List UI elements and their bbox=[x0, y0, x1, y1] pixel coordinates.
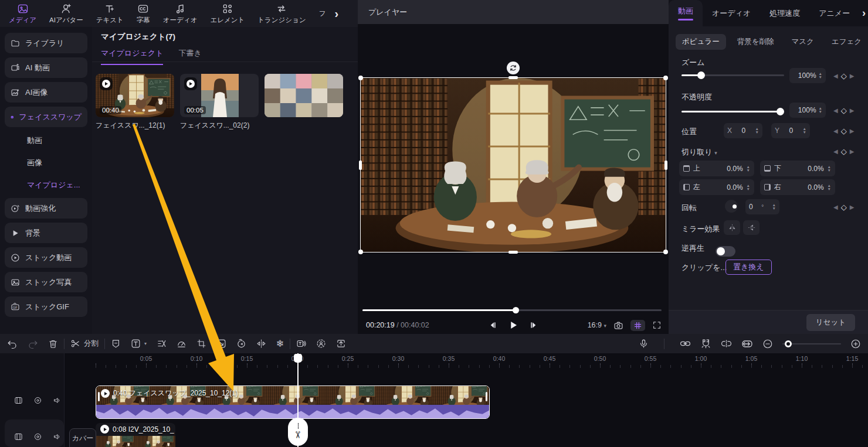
zoom-value-field[interactable]: 100% ▲▼ bbox=[789, 68, 826, 83]
sidebar-item-face-swap[interactable]: フェイススワップ bbox=[5, 107, 87, 127]
selection-handle-right[interactable] bbox=[664, 161, 667, 170]
player-progress-bar[interactable] bbox=[362, 309, 662, 311]
crop-top-stepper[interactable]: ▲▼ bbox=[747, 165, 750, 172]
selection-handle-bottom-right[interactable] bbox=[663, 250, 668, 254]
tab-my-projects[interactable]: マイプロジェクト bbox=[101, 48, 163, 65]
crop-right-field[interactable]: 右 0.0% ▲▼ bbox=[760, 179, 835, 195]
subtab-remove-background[interactable]: 背景を削除 bbox=[731, 34, 781, 50]
rotate-stepper[interactable]: ▲▼ bbox=[772, 203, 776, 210]
crop-button[interactable] bbox=[196, 339, 206, 349]
opacity-keyframe-controls[interactable]: ◀◇▶ bbox=[833, 106, 854, 115]
sidebar-item-library[interactable]: ライブラリ bbox=[5, 33, 87, 53]
snapshot-camera-button[interactable] bbox=[613, 320, 623, 330]
tab-elements[interactable]: エレメント bbox=[205, 1, 250, 26]
smart-trim-button[interactable] bbox=[157, 339, 167, 349]
zoom-out-button[interactable] bbox=[762, 339, 773, 349]
voiceover-mic-button[interactable] bbox=[639, 339, 649, 349]
next-frame-button[interactable] bbox=[529, 320, 538, 330]
text-to-speech-button[interactable] bbox=[296, 339, 306, 349]
crop-right-stepper[interactable]: ▲▼ bbox=[828, 184, 831, 191]
selection-handle-top-left[interactable] bbox=[358, 76, 363, 80]
reverse-play-button[interactable] bbox=[236, 339, 246, 349]
inspector-tabs-more-chevron-icon[interactable]: › bbox=[862, 7, 866, 19]
opacity-stepper[interactable]: ▲▼ bbox=[819, 107, 822, 114]
sidebar-subitem-video[interactable]: 動画 bbox=[5, 131, 87, 149]
sidebar-item-ai-video[interactable]: AI 動画 bbox=[5, 57, 87, 78]
position-y-field[interactable]: Y 0 ▲▼ bbox=[771, 123, 810, 138]
track-mute-icon[interactable] bbox=[53, 396, 62, 405]
sidebar-item-ai-image[interactable]: AI画像 bbox=[5, 82, 87, 103]
media-item-faceswap-02[interactable]: 00:05 bbox=[180, 74, 259, 117]
export-clip-button[interactable] bbox=[336, 339, 346, 349]
tab-overflow-partial[interactable]: フ bbox=[314, 8, 331, 20]
tab-subtitles[interactable]: 字幕 bbox=[131, 1, 155, 26]
position-x-stepper[interactable]: ▲▼ bbox=[755, 127, 759, 134]
progress-knob[interactable] bbox=[513, 307, 519, 313]
crop-keyframe-controls[interactable]: ◀◇▶ bbox=[833, 147, 854, 156]
aspect-ratio-dropdown[interactable]: 16:9 ▾ bbox=[588, 321, 606, 329]
undo-button[interactable] bbox=[7, 339, 18, 349]
subtab-mask[interactable]: マスク bbox=[785, 34, 820, 50]
timeline-clip-faceswap[interactable]: 0:40 フェイススワップ_2025_10_12(1) bbox=[96, 385, 490, 419]
position-keyframe-controls[interactable]: ◀◇▶ bbox=[833, 127, 854, 135]
crop-left-field[interactable]: 左 0.0% ▲▼ bbox=[679, 179, 754, 195]
player-video-canvas[interactable] bbox=[361, 78, 666, 252]
opacity-slider[interactable] bbox=[681, 111, 784, 112]
playhead-split-button[interactable]: ✂ bbox=[288, 418, 308, 446]
tab-media[interactable]: メディア bbox=[4, 1, 42, 26]
toolbar-more-chevron-icon[interactable]: › bbox=[334, 7, 338, 21]
rotate-handle[interactable] bbox=[507, 62, 520, 74]
transform-button[interactable] bbox=[216, 339, 226, 349]
sidebar-subitem-image[interactable]: 画像 bbox=[5, 153, 87, 172]
rotate-knob[interactable] bbox=[725, 200, 738, 213]
selection-handle-top-right[interactable] bbox=[663, 76, 668, 80]
play-button[interactable] bbox=[508, 320, 518, 330]
rotate-keyframe-controls[interactable]: ◀◇▶ bbox=[833, 203, 854, 211]
flip-vertical-button[interactable] bbox=[743, 220, 760, 235]
opacity-value-field[interactable]: 100% ▲▼ bbox=[789, 103, 826, 118]
crop-top-field[interactable]: 上 0.0% ▲▼ bbox=[679, 161, 754, 176]
clip-trim-handle-right[interactable] bbox=[486, 392, 487, 401]
clip-trim-handle-left[interactable] bbox=[98, 392, 100, 401]
fullscreen-button[interactable] bbox=[652, 320, 662, 330]
speed-ramp-button[interactable] bbox=[177, 339, 187, 349]
inspector-tab-speed[interactable]: 処理速度 bbox=[760, 0, 809, 26]
tab-audio[interactable]: オーディオ bbox=[158, 1, 203, 26]
selection-handle-bottom[interactable] bbox=[508, 251, 518, 254]
sidebar-subitem-my-project[interactable]: マイプロジェ... bbox=[5, 176, 87, 194]
crop-left-stepper[interactable]: ▲▼ bbox=[747, 184, 750, 191]
cover-button[interactable]: カバー bbox=[69, 428, 96, 447]
sidebar-item-background[interactable]: 背景 bbox=[5, 223, 87, 243]
redo-button[interactable] bbox=[28, 339, 38, 349]
media-item-faceswap-12[interactable]: 00:40 bbox=[96, 74, 174, 117]
zoom-keyframe-controls[interactable]: ◀◇▶ bbox=[833, 71, 854, 80]
tab-transition[interactable]: トランジション bbox=[252, 1, 311, 26]
split-button[interactable]: 分割 bbox=[70, 339, 99, 349]
tab-text[interactable]: テキスト bbox=[91, 1, 129, 26]
flip-horizontal-button[interactable] bbox=[724, 220, 740, 235]
subtab-popular[interactable]: ポピュラー bbox=[676, 34, 726, 50]
track-visibility-icon[interactable] bbox=[33, 432, 42, 441]
subtab-effect[interactable]: エフェク bbox=[825, 34, 868, 50]
zoom-slider[interactable] bbox=[681, 74, 784, 76]
timeline-zoom-slider[interactable] bbox=[782, 343, 841, 344]
sidebar-item-stock-video[interactable]: ストック動画 bbox=[5, 247, 87, 268]
media-item-mosaic[interactable] bbox=[265, 74, 343, 117]
zoom-stepper[interactable]: ▲▼ bbox=[819, 72, 822, 79]
replace-button[interactable]: 置き換え bbox=[725, 260, 772, 275]
crop-bottom-field[interactable]: 下 0.0% ▲▼ bbox=[760, 161, 835, 176]
crop-label[interactable]: 切り取り ▾ bbox=[681, 147, 717, 158]
link-clips-button[interactable] bbox=[680, 338, 691, 349]
rotate-value-field[interactable]: 0 ° ▲▼ bbox=[745, 199, 779, 214]
reverse-toggle[interactable] bbox=[716, 246, 735, 257]
position-x-field[interactable]: X 0 ▲▼ bbox=[724, 123, 762, 138]
marker-button[interactable] bbox=[111, 339, 121, 349]
sidebar-item-stock-gif[interactable]: GIF ストックGIF bbox=[5, 296, 87, 317]
tab-ai-avatar[interactable]: AIアバター bbox=[44, 1, 89, 26]
sidebar-item-video-enhance[interactable]: 動画強化 bbox=[5, 198, 87, 219]
delete-button[interactable] bbox=[48, 339, 58, 349]
inspector-tab-audio[interactable]: オーディオ bbox=[703, 0, 760, 26]
mirror-button[interactable] bbox=[256, 339, 266, 349]
track-visibility-icon[interactable] bbox=[33, 396, 42, 405]
crop-bottom-stepper[interactable]: ▲▼ bbox=[828, 165, 831, 172]
